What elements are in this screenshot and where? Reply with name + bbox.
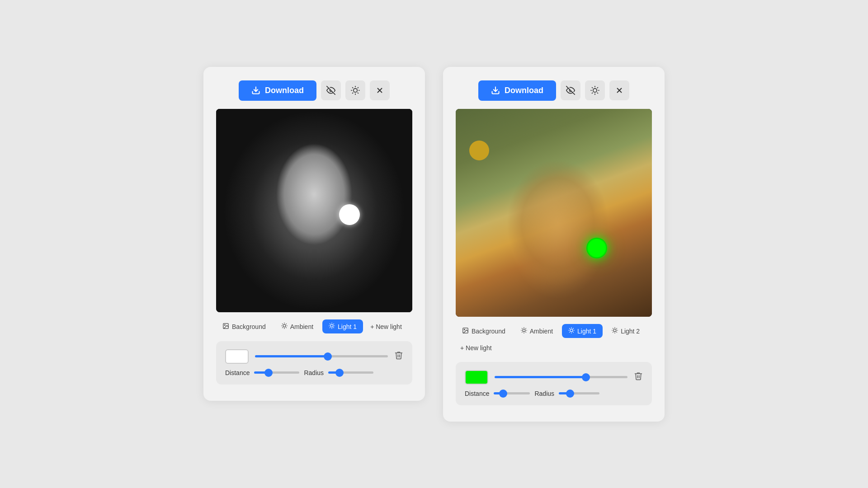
radius-slider-right[interactable] — [559, 392, 599, 394]
delete-button-left[interactable] — [394, 351, 403, 362]
sun-light1-icon-left — [329, 323, 335, 329]
svg-point-2 — [354, 89, 357, 92]
eye-slash-button-left[interactable] — [321, 80, 341, 100]
panels-wrapper: Download — [185, 49, 683, 440]
svg-line-61 — [573, 332, 574, 333]
tabs-row-right: Background Ambient Light 1 Light 2 — [456, 324, 652, 355]
svg-line-27 — [330, 324, 330, 324]
image-bw — [216, 109, 412, 312]
new-light-button-right[interactable]: + New light — [456, 341, 496, 355]
radius-slider-left[interactable] — [328, 371, 373, 374]
tab-ambient-label-right: Ambient — [530, 328, 553, 335]
delete-button-right[interactable] — [634, 371, 643, 383]
distance-label-right: Distance — [465, 390, 489, 397]
svg-line-65 — [573, 328, 574, 328]
tab-ambient-left[interactable]: Ambient — [275, 319, 320, 333]
tab-light1-left[interactable]: Light 1 — [322, 319, 363, 333]
new-light-label-left: + New light — [370, 323, 402, 330]
distance-label-left: Distance — [225, 369, 250, 376]
close-button-right[interactable] — [609, 80, 629, 100]
svg-point-57 — [570, 329, 573, 332]
sun-button-left[interactable] — [345, 80, 365, 100]
light-dot-green-right[interactable] — [586, 238, 607, 258]
svg-point-66 — [613, 329, 616, 332]
trash-icon-right — [634, 371, 643, 380]
tab-light1-label-left: Light 1 — [338, 323, 357, 330]
sub-sliders-row-right: Distance Radius — [465, 390, 643, 397]
sun-icon-right — [590, 86, 599, 95]
main-slider-right[interactable] — [495, 376, 627, 378]
svg-point-48 — [523, 329, 525, 332]
tab-ambient-label-left: Ambient — [290, 323, 313, 330]
main-slider-left[interactable] — [255, 355, 388, 357]
svg-line-38 — [592, 88, 593, 88]
download-button-right[interactable]: Download — [478, 80, 556, 101]
tab-light2-label-right: Light 2 — [621, 328, 640, 335]
svg-line-5 — [353, 88, 353, 88]
eye-slash-button-right[interactable] — [561, 80, 580, 100]
svg-line-39 — [597, 93, 598, 93]
svg-line-18 — [282, 324, 283, 324]
controls-panel-right: Distance Radius — [456, 362, 652, 405]
sun-light1-icon-right — [568, 327, 575, 333]
face-overlay-color — [456, 109, 652, 317]
distance-slider-left[interactable] — [254, 371, 299, 374]
download-label-right: Download — [505, 86, 543, 95]
svg-line-60 — [570, 328, 570, 328]
tab-light1-right[interactable]: Light 1 — [562, 324, 603, 338]
new-light-label-right: + New light — [460, 344, 492, 352]
svg-line-32 — [334, 324, 334, 324]
download-icon-right — [491, 86, 500, 95]
distance-slider-right[interactable] — [494, 392, 530, 394]
svg-line-52 — [525, 332, 526, 333]
svg-line-9 — [353, 93, 353, 93]
color-swatch-right[interactable] — [465, 370, 488, 385]
svg-line-51 — [522, 328, 522, 328]
sun-button-right[interactable] — [585, 80, 605, 100]
color-swatch-left[interactable] — [225, 349, 249, 364]
sun-light2-icon-right — [612, 327, 618, 333]
light1-icon-left — [329, 323, 335, 330]
new-light-button-left[interactable]: + New light — [366, 320, 406, 333]
svg-line-73 — [613, 332, 613, 333]
close-button-left[interactable] — [370, 80, 390, 100]
svg-line-42 — [592, 93, 593, 93]
sub-sliders-row-left: Distance Radius — [225, 369, 403, 376]
image-container-right — [456, 109, 652, 317]
svg-line-19 — [286, 328, 286, 328]
light-dot-gold-right[interactable] — [469, 141, 489, 160]
tab-background-label-right: Background — [472, 328, 505, 335]
sun-small-icon-right — [521, 327, 527, 333]
svg-point-14 — [224, 324, 225, 325]
svg-line-10 — [358, 88, 358, 88]
light1-icon-right — [568, 327, 575, 335]
light-dot-left[interactable] — [339, 204, 360, 225]
ambient-icon-right — [521, 327, 527, 335]
tab-ambient-right[interactable]: Ambient — [514, 324, 559, 338]
tab-background-right[interactable]: Background — [456, 324, 512, 338]
svg-line-31 — [330, 328, 330, 328]
svg-line-22 — [282, 328, 283, 328]
sun-icon-left — [351, 86, 360, 95]
sun-small-icon-left — [281, 323, 288, 329]
face-overlay-bw — [216, 109, 412, 312]
image-icon-left — [222, 323, 229, 329]
color-slider-row-right — [465, 370, 643, 385]
svg-line-74 — [617, 328, 617, 328]
light2-icon-right — [612, 327, 618, 335]
download-button-left[interactable]: Download — [239, 80, 316, 101]
tab-light2-right[interactable]: Light 2 — [605, 324, 646, 338]
tabs-row-left: Background Ambient Light 1 + New light — [216, 319, 412, 334]
svg-line-28 — [334, 328, 334, 328]
svg-point-35 — [593, 89, 597, 92]
image-icon-right — [462, 327, 469, 334]
eye-slash-icon-left — [326, 86, 335, 95]
background-icon-right — [462, 327, 469, 335]
background-icon-left — [222, 323, 229, 331]
svg-point-47 — [464, 329, 465, 330]
download-label-left: Download — [265, 86, 304, 95]
tab-background-left[interactable]: Background — [216, 319, 272, 334]
radius-label-right: Radius — [534, 390, 554, 397]
svg-line-56 — [525, 328, 526, 328]
svg-line-43 — [597, 88, 598, 88]
